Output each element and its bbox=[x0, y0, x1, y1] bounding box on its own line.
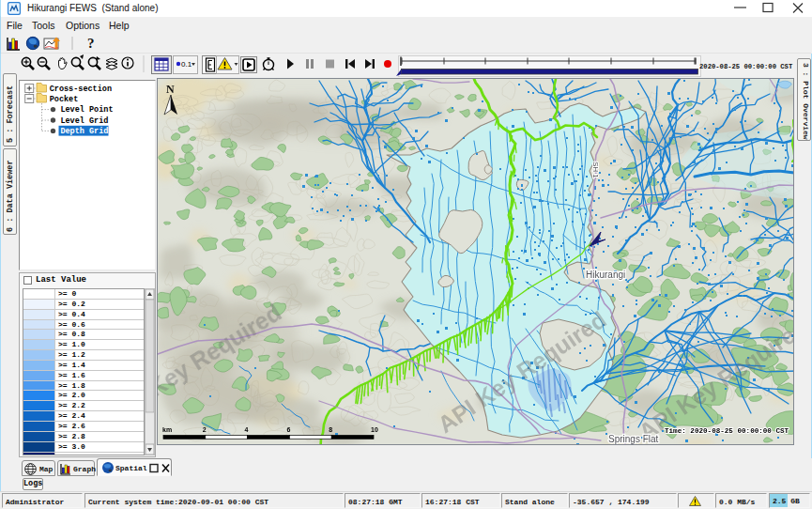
svg-text:6: 6 bbox=[286, 426, 290, 433]
svg-text:Pocket: Pocket bbox=[50, 95, 79, 104]
svg-text:N: N bbox=[166, 83, 175, 96]
svg-text:8: 8 bbox=[329, 426, 332, 433]
svg-text:Cross-section: Cross-section bbox=[50, 85, 112, 94]
svg-text:Springs Flat: Springs Flat bbox=[608, 434, 659, 444]
svg-text:Level Point: Level Point bbox=[60, 105, 113, 115]
svg-text:km: km bbox=[162, 426, 172, 433]
svg-text:?: ? bbox=[87, 36, 95, 51]
svg-text:2: 2 bbox=[203, 426, 207, 433]
svg-text:10: 10 bbox=[371, 426, 378, 433]
svg-text:SH 1: SH 1 bbox=[591, 162, 600, 178]
svg-text:Level Grid: Level Grid bbox=[60, 116, 108, 126]
svg-text:Hikurangi: Hikurangi bbox=[586, 270, 625, 280]
svg-text:Depth Grid: Depth Grid bbox=[60, 127, 108, 136]
svg-text:Time: 2020-08-25 00:00:00 CST: Time: 2020-08-25 00:00:00 CST bbox=[665, 427, 789, 435]
svg-text:4: 4 bbox=[245, 426, 249, 433]
svg-text:0.1: 0.1 bbox=[181, 60, 192, 69]
